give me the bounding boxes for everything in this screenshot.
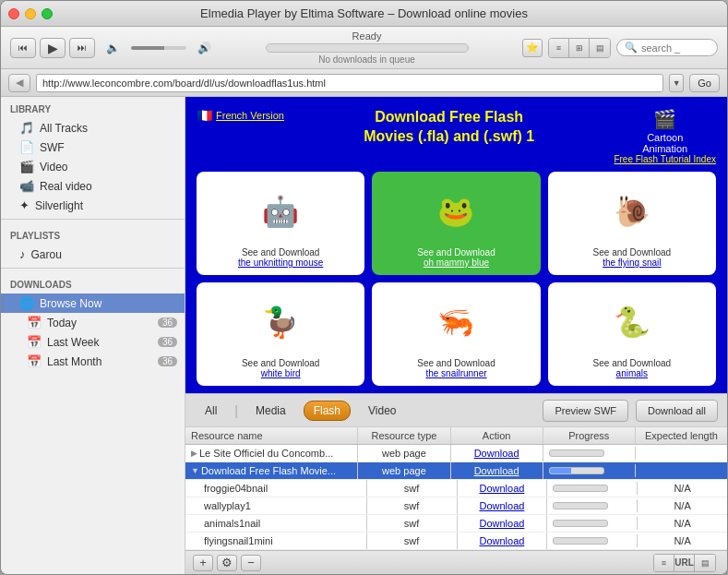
col-header-name: Resource name xyxy=(185,427,358,444)
video-icon: 🎬 xyxy=(19,160,34,174)
view-detail-button[interactable]: ▤ xyxy=(590,39,610,57)
url-dropdown-button[interactable]: ▼ xyxy=(669,74,684,92)
row-action-3[interactable]: Download xyxy=(458,480,548,497)
table-row[interactable]: flyingsnail1mini swf Download N/A xyxy=(185,533,727,550)
row-progress-1 xyxy=(543,447,636,460)
playback-progress-area: Ready No downloads in queue xyxy=(228,30,506,65)
settings-button[interactable]: ⚙ xyxy=(217,555,237,571)
go-button[interactable]: Go xyxy=(689,74,720,92)
sidebar-item-browse-now[interactable]: 🌐 Browse Now xyxy=(1,293,185,313)
row-expand-2: ▼ Download Free Flash Movie... xyxy=(185,462,358,479)
sidebar-divider-1 xyxy=(1,219,185,220)
maximize-button[interactable] xyxy=(42,8,53,19)
table-row[interactable]: ▼ Download Free Flash Movie... web page … xyxy=(185,462,727,480)
table-header: Resource name Resource type Action Progr… xyxy=(185,427,727,445)
filter-media-button[interactable]: Media xyxy=(245,401,296,421)
row-progress-5 xyxy=(547,517,638,530)
bottom-view-buttons: ≡ URL ▤ xyxy=(653,554,716,572)
thumb-caption-animals: See and Download animals xyxy=(593,358,672,378)
thumb-snailrunner[interactable]: 🦐 See and Download the snailrunner xyxy=(372,282,540,386)
thumb-mammy-blue[interactable]: 🐸 See and Download oh mammy blue xyxy=(372,172,540,275)
cartoon-tutorial-link[interactable]: Free Flash Tutorial Index xyxy=(614,154,716,164)
row-action-6[interactable]: Download xyxy=(458,533,548,549)
lastweek-icon: 📅 xyxy=(27,335,42,349)
view-grid-button[interactable]: ⊞ xyxy=(569,39,590,57)
row-type-4: swf xyxy=(367,497,458,514)
sidebar-item-real-video[interactable]: 📹 Real video xyxy=(1,176,185,196)
downloads-section-label: DOWNLOADS xyxy=(1,272,185,293)
row-action-1[interactable]: Download xyxy=(451,445,543,461)
remove-button[interactable]: − xyxy=(241,555,261,571)
rewind-button[interactable]: ⏮ xyxy=(10,38,36,58)
play-button[interactable]: ▶ xyxy=(40,38,66,58)
window-title: Elmedia Player by Eltima Software – Down… xyxy=(200,6,528,20)
filter-video-button[interactable]: Video xyxy=(358,401,406,421)
table-row[interactable]: froggie04bnail swf Download N/A xyxy=(185,480,727,497)
filter-bar: All | Media Flash Video Preview SWF Down… xyxy=(185,393,727,426)
row-name-4: wallyplay1 xyxy=(185,497,367,514)
table-row[interactable]: wallyplay1 swf Download N/A xyxy=(185,497,727,515)
sidebar-item-garou[interactable]: ♪ Garou xyxy=(1,245,185,264)
add-button[interactable]: + xyxy=(193,555,213,571)
thumbnails-grid: 🤖 See and Download the unknitting mouse … xyxy=(197,172,716,386)
cartoon-icon: 🎬 xyxy=(614,108,716,130)
library-section-label: LIBRARY xyxy=(1,97,185,118)
volume-slider[interactable] xyxy=(131,46,186,50)
urlbar: ◀ http://www.leconcombre.com/board/dl/us… xyxy=(1,69,727,97)
lastmonth-icon: 📅 xyxy=(27,354,42,368)
browse-icon: 🌐 xyxy=(19,296,34,310)
filter-all-button[interactable]: All xyxy=(195,401,227,421)
browser-content: 🇫🇷 French Version Download Free Flash Mo… xyxy=(185,97,727,393)
music-icon: 🎵 xyxy=(19,121,34,135)
thumb-flying-snail[interactable]: 🐌 See and Download the flying snail xyxy=(548,172,716,275)
sidebar-item-silverlight[interactable]: ✦ Silverlight xyxy=(1,196,185,215)
search-box[interactable]: 🔍 xyxy=(616,39,718,56)
row-name-3: froggie04bnail xyxy=(185,480,367,497)
row-action-2[interactable]: Download xyxy=(451,462,543,479)
minimize-button[interactable] xyxy=(25,8,36,19)
thumb-animals[interactable]: 🐍 See and Download animals xyxy=(548,282,716,386)
bottom-detail-view-button[interactable]: ▤ xyxy=(695,555,715,571)
search-input[interactable] xyxy=(641,42,706,54)
sidebar-item-swf[interactable]: 📄 SWF xyxy=(1,138,185,157)
playlists-section-label: PLAYLISTS xyxy=(1,223,185,245)
bottom-list-view-button[interactable]: ≡ xyxy=(654,555,674,571)
thumb-caption-runner: See and Download the snailrunner xyxy=(417,358,495,378)
sidebar-item-video[interactable]: 🎬 Video xyxy=(1,157,185,176)
download-all-button[interactable]: Download all xyxy=(636,400,718,422)
table-row[interactable]: ▶ Le Site Officiel du Concomb... web pag… xyxy=(185,445,727,462)
table-row[interactable]: animals1nail swf Download N/A xyxy=(185,515,727,533)
french-version-anchor[interactable]: French Version xyxy=(216,110,284,121)
thumb-img-mouse: 🤖 xyxy=(204,179,357,244)
bottom-toolbar: + ⚙ − ≡ URL ▤ xyxy=(185,550,727,574)
row-progress-4 xyxy=(547,499,638,512)
flash-header: 🇫🇷 French Version Download Free Flash Mo… xyxy=(197,108,716,164)
row-length-5: N/A xyxy=(638,515,727,532)
sidebar-item-last-month[interactable]: 📅 Last Month 36 xyxy=(1,352,185,371)
main-content: LIBRARY 🎵 All Tracks 📄 SWF 🎬 Video 📹 Rea… xyxy=(1,97,727,574)
view-list-button[interactable]: ≡ xyxy=(549,39,569,57)
titlebar: Elmedia Player by Eltima Software – Down… xyxy=(1,1,727,27)
sidebar-item-today[interactable]: 📅 Today 36 xyxy=(1,313,185,332)
thumb-unknitting-mouse[interactable]: 🤖 See and Download the unknitting mouse xyxy=(197,172,364,275)
close-button[interactable] xyxy=(8,8,19,19)
col-header-action: Action xyxy=(451,427,543,444)
row-action-4[interactable]: Download xyxy=(458,497,548,514)
sidebar-item-last-week[interactable]: 📅 Last Week 36 xyxy=(1,332,185,352)
fastforward-button[interactable]: ⏭ xyxy=(69,38,95,58)
row-action-5[interactable]: Download xyxy=(458,515,548,532)
cartoon-box: 🎬 Cartoon Animation Free Flash Tutorial … xyxy=(614,108,716,164)
french-version-link[interactable]: 🇫🇷 French Version xyxy=(197,108,284,123)
filter-flash-button[interactable]: Flash xyxy=(304,401,351,421)
sidebar-item-all-tracks[interactable]: 🎵 All Tracks xyxy=(1,118,185,138)
browser-panel: 🇫🇷 French Version Download Free Flash Mo… xyxy=(185,97,727,574)
back-button[interactable]: ◀ xyxy=(8,74,30,92)
preview-swf-button[interactable]: Preview SWF xyxy=(543,400,628,422)
thumb-white-bird[interactable]: 🦆 See and Download white bird xyxy=(197,282,364,386)
bottom-url-view-button[interactable]: URL xyxy=(674,555,695,571)
filter-sep-1: | xyxy=(234,403,238,418)
url-field[interactable]: http://www.leconcombre.com/board/dl/us/d… xyxy=(36,74,663,92)
playlist-icon: ♪ xyxy=(19,247,26,261)
bookmark-button[interactable]: ⭐ xyxy=(522,39,543,57)
progress-bar[interactable] xyxy=(266,43,469,53)
